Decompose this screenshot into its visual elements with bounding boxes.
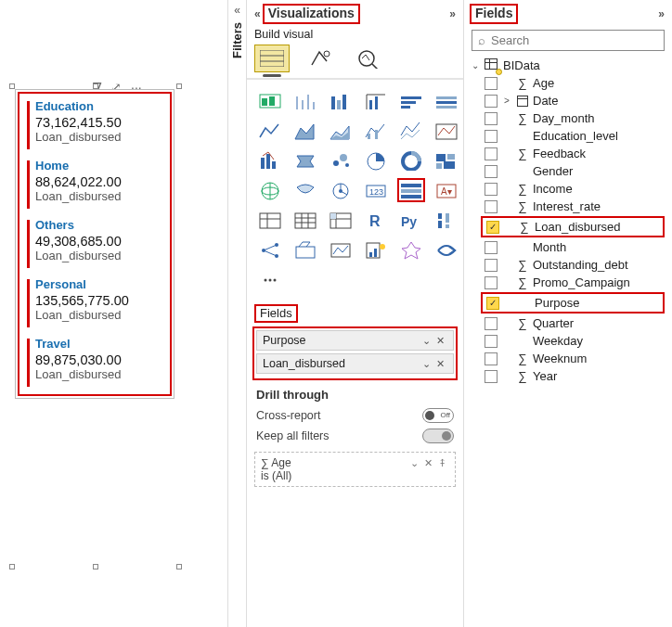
field-item[interactable]: ∑Outstanding_debt [468,256,666,274]
expand-filters-icon[interactable]: « [228,4,246,17]
viz-type-icon[interactable] [256,178,284,202]
viz-type-icon[interactable] [256,119,284,143]
viz-type-icon[interactable] [327,237,355,262]
viz-type-icon[interactable] [327,208,355,232]
card-item[interactable]: Others 49,308,685.00 Loan_disbursed [25,214,168,274]
expand-icon[interactable]: » [447,7,458,20]
field-checkbox[interactable] [486,221,499,234]
viz-type-icon[interactable] [291,208,319,232]
field-item[interactable]: ∑Promo_Campaign [468,274,666,291]
filters-pane[interactable]: « Filters [227,0,246,627]
viz-type-icon[interactable] [256,208,284,232]
close-icon[interactable]: ✕ [433,358,447,370]
viz-type-icon[interactable] [397,89,425,113]
card-item[interactable]: Education 73,162,415.50 Loan_disbursed [25,96,168,155]
field-item[interactable]: ∑Loan_disbursed [481,216,665,237]
field-checkbox[interactable] [485,317,498,330]
viz-type-icon[interactable] [397,237,425,262]
field-checkbox[interactable] [485,112,498,125]
viz-type-icon[interactable] [433,237,460,262]
viz-type-icon[interactable] [362,89,390,113]
viz-type-icon[interactable] [291,148,319,173]
viz-type-icon[interactable] [433,208,460,232]
field-item[interactable]: ∑Quarter [468,314,666,332]
field-checkbox[interactable] [485,370,498,383]
card-item[interactable]: Travel 89,875,030.00 Loan_disbursed [25,333,168,392]
viz-type-icon[interactable]: 123 [362,178,390,202]
viz-type-icon[interactable] [397,148,425,173]
viz-type-icon[interactable]: R [362,208,390,232]
field-checkbox[interactable] [485,95,498,108]
field-checkbox[interactable] [485,352,498,365]
field-checkbox[interactable] [485,183,498,196]
viz-type-icon[interactable] [433,148,460,173]
field-item[interactable]: Gender [468,162,666,180]
chevron-down-icon[interactable]: ⌄ [420,335,433,347]
viz-type-icon[interactable] [327,148,355,173]
chevron-down-icon[interactable]: ⌄ [420,358,433,370]
viz-type-icon[interactable] [327,178,355,202]
report-canvas[interactable]: ∇ ⤢ ··· Education 73,162,415.50 Loan_dis… [0,0,227,627]
field-item[interactable]: ∑Weeknum [468,350,666,367]
field-well-item[interactable]: Purpose ⌄ ✕ [256,330,454,351]
field-item[interactable]: ∑Day_month [468,109,666,127]
viz-type-icon[interactable] [256,267,284,291]
analytics-tab[interactable] [351,45,386,72]
viz-type-icon[interactable] [433,89,460,113]
multi-row-card-visual[interactable]: Education 73,162,415.50 Loan_disbursedHo… [15,89,174,399]
field-checkbox[interactable] [486,297,499,310]
field-item[interactable]: ∑Age [468,74,666,92]
viz-type-icon[interactable] [362,237,390,262]
cross-report-toggle[interactable] [422,408,454,423]
field-checkbox[interactable] [485,276,498,289]
viz-type-icon[interactable] [397,119,425,143]
chevron-down-icon[interactable]: ⌄ [407,457,421,469]
field-item[interactable]: >Date [468,92,666,109]
viz-type-icon[interactable] [327,89,355,113]
close-icon[interactable]: ✕ [433,335,447,347]
viz-type-icon[interactable] [256,148,284,173]
card-item[interactable]: Home 88,624,022.00 Loan_disbursed [25,155,168,214]
field-item[interactable]: ∑Interest_rate [468,198,666,215]
expand-icon[interactable]: » [656,7,666,20]
viz-type-icon[interactable] [362,119,390,143]
collapse-icon[interactable]: « [252,7,263,20]
field-item[interactable]: Education_level [468,127,666,145]
close-icon[interactable]: ✕ [421,457,435,469]
viz-type-icon[interactable] [291,178,319,202]
viz-type-icon[interactable] [291,89,319,113]
viz-type-icon[interactable] [291,237,319,262]
table-node[interactable]: ⌄ BIData [468,57,666,74]
field-checkbox[interactable] [485,77,498,90]
field-item[interactable]: Purpose [481,292,665,314]
format-visual-tab[interactable] [303,45,338,72]
expand-icon[interactable]: > [501,96,512,106]
field-checkbox[interactable] [485,335,498,348]
viz-type-icon[interactable] [397,178,425,202]
viz-type-icon[interactable] [433,119,460,143]
viz-type-icon[interactable] [256,237,284,262]
field-checkbox[interactable] [485,241,498,254]
viz-type-icon[interactable]: A▾ [433,178,460,202]
field-item[interactable]: Month [468,238,666,256]
field-checkbox[interactable] [485,130,498,143]
chevron-down-icon[interactable]: ⌄ [470,60,481,70]
field-checkbox[interactable] [485,259,498,272]
viz-type-icon[interactable] [362,148,390,173]
lock-icon[interactable]: ⤉ [435,457,449,469]
build-visual-tab[interactable] [254,45,290,72]
field-checkbox[interactable] [485,165,498,178]
field-item[interactable]: ∑Income [468,180,666,198]
viz-type-icon[interactable]: Py [397,208,425,232]
viz-type-icon[interactable] [256,89,284,113]
field-checkbox[interactable] [485,147,498,160]
field-well-item[interactable]: Loan_disbursed ⌄ ✕ [256,353,454,374]
viz-type-icon[interactable] [327,119,355,143]
field-item[interactable]: ∑Year [468,367,666,385]
field-item[interactable]: Weekday [468,332,666,350]
keep-filters-toggle[interactable] [422,429,454,443]
fields-search-input[interactable]: ⌕ Search [472,30,665,51]
viz-type-icon[interactable] [291,119,319,143]
drill-filter-card[interactable]: ∑ Age ⌄ ✕ ⤉ is (All) [254,452,456,487]
field-item[interactable]: ∑Feedback [468,145,666,162]
